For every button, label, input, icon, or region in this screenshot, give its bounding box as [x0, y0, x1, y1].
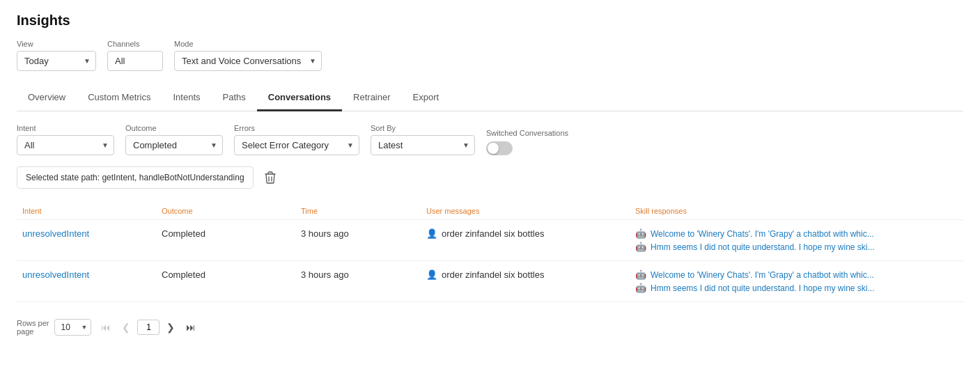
row2-user-msg-text: order zinfandel six bottles: [442, 269, 544, 280]
switched-conversations-group: Switched Conversations: [486, 129, 568, 155]
prev-page-button[interactable]: ❮: [118, 320, 134, 334]
next-page-button[interactable]: ❯: [162, 320, 179, 334]
state-path-text: Selected state path: getIntent, handleBo…: [17, 166, 254, 189]
skill-text-2[interactable]: Hmm seems I did not quite understand. I …: [651, 242, 874, 252]
errors-select[interactable]: Select Error Category: [234, 135, 359, 155]
sortby-select[interactable]: Latest Oldest: [371, 135, 475, 155]
tab-paths[interactable]: Paths: [212, 85, 257, 111]
row2-user-message: 👤 order zinfandel six bottles: [421, 269, 630, 280]
sortby-filter: Sort By Latest Oldest ▼: [371, 124, 475, 155]
robot-icon-4: 🤖: [635, 283, 646, 293]
rows-per-page-label: Rows perpage: [17, 319, 49, 336]
row2-time: 3 hours ago: [295, 269, 421, 280]
view-select[interactable]: Today Yesterday Last 7 days Last 30 days: [17, 51, 96, 71]
last-page-button[interactable]: ⏭: [182, 320, 200, 334]
table-row: unresolvedIntent Completed 3 hours ago 👤…: [17, 220, 963, 261]
row2-intent[interactable]: unresolvedIntent: [17, 269, 156, 280]
outcome-select[interactable]: Completed Incomplete Abandoned: [125, 135, 223, 155]
user-icon: 👤: [426, 228, 437, 239]
row1-outcome: Completed: [156, 228, 295, 239]
tabs-nav: Overview Custom Metrics Intents Paths Co…: [17, 85, 963, 111]
tab-overview[interactable]: Overview: [17, 85, 77, 111]
mode-label: Mode: [174, 40, 322, 48]
table-header-row: Intent Outcome Time User messages Skill …: [17, 203, 963, 220]
intent-filter: Intent All ▼: [17, 124, 114, 155]
header-user-messages: User messages: [421, 207, 630, 215]
header-time: Time: [295, 207, 421, 215]
channels-input[interactable]: [107, 51, 163, 71]
page-number-input[interactable]: [137, 320, 160, 335]
trash-icon: [265, 171, 276, 184]
skill-response-item: 🤖 Welcome to 'Winery Chats'. I'm 'Grapy'…: [635, 228, 958, 239]
outcome-filter-label: Outcome: [125, 124, 223, 132]
delete-state-path-button[interactable]: [262, 169, 279, 187]
tab-export[interactable]: Export: [402, 85, 451, 111]
skill-response-item: 🤖 Welcome to 'Winery Chats'. I'm 'Grapy'…: [635, 269, 958, 280]
row2-skill-responses: 🤖 Welcome to 'Winery Chats'. I'm 'Grapy'…: [630, 269, 963, 293]
errors-filter: Errors Select Error Category ▼: [234, 124, 359, 155]
toggle-knob: [488, 143, 499, 154]
state-path-bar: Selected state path: getIntent, handleBo…: [17, 166, 963, 189]
skill-text-4[interactable]: Hmm seems I did not quite understand. I …: [651, 283, 874, 293]
filter-row: Intent All ▼ Outcome Completed Incomplet…: [17, 124, 963, 155]
robot-icon-3: 🤖: [635, 269, 646, 280]
view-label: View: [17, 40, 96, 48]
robot-icon-2: 🤖: [635, 242, 646, 252]
row1-skill-responses: 🤖 Welcome to 'Winery Chats'. I'm 'Grapy'…: [630, 228, 963, 252]
errors-filter-label: Errors: [234, 124, 359, 132]
header-skill-responses: Skill responses: [630, 207, 963, 215]
row2-outcome: Completed: [156, 269, 295, 280]
skill-text-1[interactable]: Welcome to 'Winery Chats'. I'm 'Grapy' a…: [651, 229, 874, 239]
controls-row: View Today Yesterday Last 7 days Last 30…: [17, 40, 963, 71]
intent-filter-label: Intent: [17, 124, 114, 132]
pagination-row: Rows perpage 10 25 50 100 ▼ ⏮ ❮ ❯ ⏭: [17, 313, 963, 336]
channels-control: Channels: [107, 40, 163, 71]
mode-select[interactable]: Text and Voice Conversations Text Only V…: [174, 51, 322, 71]
channels-label: Channels: [107, 40, 163, 48]
rows-per-page-select[interactable]: 10 25 50 100: [54, 319, 91, 336]
user-icon-3: 👤: [426, 269, 437, 280]
switched-label: Switched Conversations: [486, 129, 568, 137]
tab-conversations[interactable]: Conversations: [257, 85, 342, 111]
tab-intents[interactable]: Intents: [162, 85, 211, 111]
pagination-nav: ⏮ ❮ ❯ ⏭: [97, 320, 200, 335]
skill-response-item: 🤖 Hmm seems I did not quite understand. …: [635, 242, 958, 252]
row1-user-message: 👤 order zinfandel six bottles: [421, 228, 630, 239]
intent-select[interactable]: All: [17, 135, 114, 155]
mode-control: Mode Text and Voice Conversations Text O…: [174, 40, 322, 71]
table-row: unresolvedIntent Completed 3 hours ago 👤…: [17, 261, 963, 302]
row1-intent[interactable]: unresolvedIntent: [17, 228, 156, 239]
robot-icon: 🤖: [635, 228, 646, 239]
skill-response-item: 🤖 Hmm seems I did not quite understand. …: [635, 283, 958, 293]
skill-text-3[interactable]: Welcome to 'Winery Chats'. I'm 'Grapy' a…: [651, 270, 874, 280]
sortby-filter-label: Sort By: [371, 124, 475, 132]
view-control: View Today Yesterday Last 7 days Last 30…: [17, 40, 96, 71]
row1-user-msg-text: order zinfandel six bottles: [442, 228, 544, 239]
tab-retrainer[interactable]: Retrainer: [342, 85, 401, 111]
header-outcome: Outcome: [156, 207, 295, 215]
row1-time: 3 hours ago: [295, 228, 421, 239]
first-page-button[interactable]: ⏮: [97, 320, 115, 334]
header-intent: Intent: [17, 207, 156, 215]
switched-toggle[interactable]: [486, 141, 513, 155]
outcome-filter: Outcome Completed Incomplete Abandoned ▼: [125, 124, 223, 155]
tab-custom-metrics[interactable]: Custom Metrics: [77, 85, 162, 111]
conversations-table: Intent Outcome Time User messages Skill …: [17, 203, 963, 302]
page-title: Insights: [17, 13, 963, 29]
